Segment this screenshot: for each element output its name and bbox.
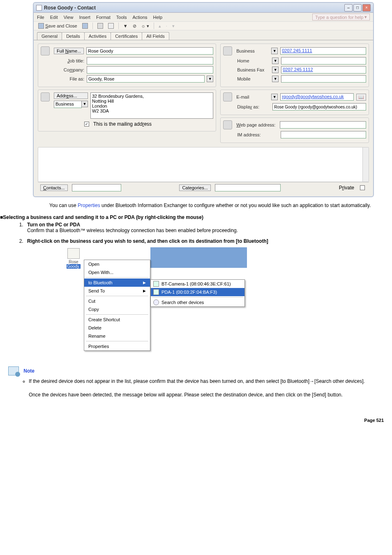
disk-icon [82,23,88,29]
im-field[interactable] [281,131,366,138]
mi-rename[interactable]: Rename [84,332,150,340]
nav-down[interactable]: ▾ [171,23,176,29]
fileas-dropdown[interactable]: ▼ [207,76,213,82]
mi-delete[interactable]: Delete [84,324,150,332]
displayas-field[interactable] [272,103,366,111]
smi-search[interactable]: Search other devices [151,298,244,306]
toolbar: Save and Close ▼ ⊘ ☼ ▾ ▴ · ▾ [34,21,373,30]
chevron-down-icon: ▾ [364,14,367,20]
mi-tobluetooth[interactable]: to Bluetooth▶ [84,279,150,287]
email-field[interactable]: rgoody@goodytwoshoes.co.uk [280,93,354,101]
business-dd[interactable]: ▼ [271,48,278,54]
fileas-label: File as: [55,76,84,81]
print-button[interactable] [96,23,104,29]
step-1: Turn on the PC or PDA Confirm that a Blu… [25,222,392,233]
contacts-button[interactable]: Contacts... [40,184,68,191]
search-icon [153,299,159,305]
business-field[interactable]: 0207 245 1111 [280,47,366,55]
mailing-checkbox[interactable]: ✓ [84,122,89,127]
smi-btcamera[interactable]: BT-Camera-1 (08:00:46:3E:CF:61) [151,280,244,288]
fileas-field[interactable] [87,75,205,83]
bfax-label: Business Fax [237,67,270,72]
addressbook-button[interactable]: 📖 [356,94,366,101]
web-block: Web page address: IM address: [220,117,369,143]
save-close-button[interactable]: Save and Close [37,23,78,29]
contact-window: Rose Goody - Contact – □ × File Edit Vie… [33,2,374,197]
home-dd[interactable]: ▼ [272,58,279,64]
titlebar: Rose Goody - Contact – □ × [34,3,373,13]
tab-details[interactable]: Details [62,32,85,40]
context-menu: Open Open With... to Bluetooth▶ Send To▶… [84,260,150,351]
company-field[interactable] [87,66,213,74]
bfax-dd[interactable]: ▼ [272,67,279,73]
mi-createshortcut[interactable]: Create Shortcut [84,315,150,324]
properties-link[interactable]: Properties [78,203,100,208]
jobtitle-label: Job title: [55,58,84,63]
nav-up[interactable]: ▴ [157,23,162,29]
mi-cut[interactable]: Cut [84,297,150,305]
bfax-field[interactable]: 0207 245 1112 [281,66,366,74]
menu-insert[interactable]: Insert [79,15,90,20]
mi-properties[interactable]: Properties [84,342,150,350]
tab-general[interactable]: General [37,32,62,40]
save-button[interactable] [81,23,89,29]
email-block: E-mail ▼ rgoody@goodytwoshoes.co.uk 📖 Di… [220,90,369,115]
note-item-1: If the desired device does not appear in… [29,378,392,398]
addrtype-dd[interactable]: ▼ [81,101,88,107]
address-field[interactable]: 32 Brondesbury Gardens, Notting Hill Lon… [90,92,213,119]
menu-tools[interactable]: Tools [116,15,127,20]
displayas-label: Display as: [237,104,270,109]
private-checkbox[interactable] [360,185,365,190]
menu-help[interactable]: Help [153,15,163,20]
phone-icon [223,46,232,55]
addrtype-field[interactable]: Business [54,101,82,108]
menu-edit[interactable]: Edit [50,15,58,20]
card-icon [223,92,232,101]
fullname-button[interactable]: Full Name... [54,48,84,54]
menu-actions[interactable]: Actions [132,15,147,20]
maximize-button[interactable]: □ [353,4,362,12]
address-block: Address... Business ▼ 32 Brondesbury Gar… [38,90,216,131]
mi-copy[interactable]: Copy [84,305,150,313]
company-label: Company: [55,67,84,72]
categories-button[interactable]: Categories... [179,184,210,191]
jobtitle-field[interactable] [87,57,213,64]
mi-openwith[interactable]: Open With... [84,268,150,276]
notes-scrollbar[interactable] [362,147,369,182]
email-dd[interactable]: ▼ [271,94,278,100]
menu-view[interactable]: View [64,15,74,20]
mobile-field[interactable] [281,75,366,83]
fullname-field[interactable] [86,47,213,55]
address-button[interactable]: Address... [54,92,88,99]
tab-allfields[interactable]: All Fields [142,32,169,40]
nav-dot[interactable]: · [165,23,168,29]
flag-button[interactable]: ▼ [122,23,129,29]
block-button[interactable]: ⊘ [131,23,138,29]
step2-title: Right-click on the business card you wis… [27,238,392,244]
phone-block: Business ▼ 0207 245 1111 Home▼ Business … [220,44,369,87]
smi-pda1[interactable]: PDA-1 (00:03:2F:04:BA:F3) [151,288,244,296]
icon-label-line1: Rose [69,260,78,264]
selection-backdrop [150,247,247,268]
close-button[interactable]: × [362,4,371,12]
menu-file[interactable]: File [37,15,44,20]
home-field[interactable] [281,57,366,64]
help-search[interactable]: Type a question for help ▾ [312,14,370,21]
print-icon [97,23,103,29]
mi-open[interactable]: Open [84,260,150,268]
menu-format[interactable]: Format [96,15,111,20]
mobile-dd[interactable]: ▼ [272,76,279,82]
device-icon [153,289,159,295]
more-button[interactable]: ☼ ▾ [140,23,150,29]
mi-sendto[interactable]: Send To▶ [84,287,150,295]
minimize-button[interactable]: – [344,4,353,12]
tab-certificates[interactable]: Certificates [111,32,142,40]
categories-field[interactable] [215,184,281,191]
contacts-field[interactable] [72,184,121,191]
notes-area[interactable] [38,147,369,182]
tabstrip: General Details Activities Certificates … [34,30,373,40]
attach-button[interactable] [107,23,115,29]
vcard-desktop-icon[interactable]: Rose Goody. [64,248,83,269]
tab-activities[interactable]: Activities [84,32,111,40]
web-field[interactable] [280,121,366,129]
